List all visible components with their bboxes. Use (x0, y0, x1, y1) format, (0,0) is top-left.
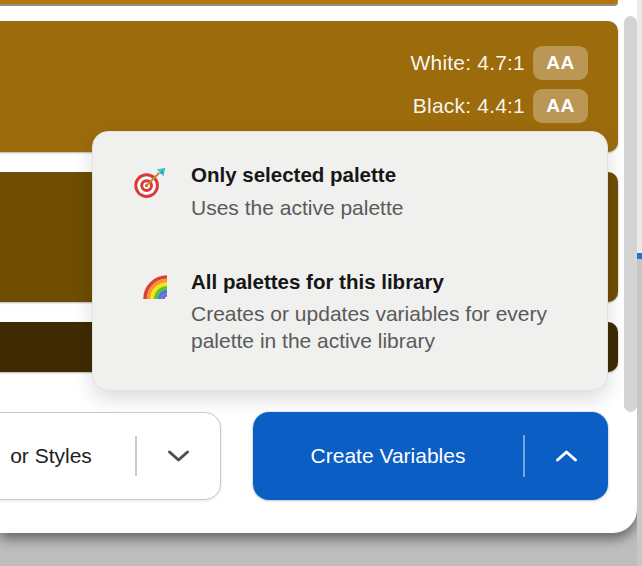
styles-button-label: or Styles (10, 444, 92, 468)
create-variables-button-label: Create Variables (311, 444, 466, 468)
palette-swatch-row-top[interactable] (0, 0, 618, 4)
white-contrast-label: White: 4.7:1 (411, 51, 525, 75)
screen-right-edge (637, 0, 642, 566)
menu-item-description: Uses the active palette (191, 194, 576, 221)
menu-item-text: All palettes for this library Creates or… (191, 271, 577, 355)
create-variables-dropdown-toggle[interactable] (525, 412, 609, 500)
black-contrast-label: Black: 4.4:1 (413, 94, 525, 118)
menu-item-all-palettes[interactable]: All palettes for this library Creates or… (133, 271, 577, 355)
contrast-row-black: Black: 4.4:1 AA (413, 89, 588, 123)
wcag-aa-badge: AA (533, 89, 588, 123)
edge-segment-top (637, 0, 642, 253)
plugin-window: White: 4.7:1 AA Black: 4.4:1 AA (0, 0, 637, 533)
scrollbar-thumb[interactable] (624, 16, 637, 412)
wcag-aa-badge: AA (533, 46, 588, 80)
styles-dropdown-toggle[interactable] (137, 413, 221, 499)
chevron-up-icon (555, 444, 578, 468)
create-variables-button[interactable]: Create Variables (253, 412, 608, 500)
menu-item-description: Creates or updates variables for every p… (191, 300, 576, 354)
menu-item-only-selected-palette[interactable]: Only selected palette Uses the active pa… (133, 164, 577, 221)
contrast-row-white: White: 4.7:1 AA (411, 46, 588, 80)
menu-item-title: All palettes for this library (191, 271, 577, 294)
menu-item-text: Only selected palette Uses the active pa… (191, 164, 577, 221)
styles-split-button[interactable]: or Styles (0, 412, 221, 500)
menu-item-title: Only selected palette (191, 164, 577, 187)
edge-segment-bottom (637, 259, 642, 566)
contrast-info: White: 4.7:1 AA Black: 4.4:1 AA (411, 46, 588, 123)
create-variables-dropdown-menu: Only selected palette Uses the active pa… (92, 131, 608, 391)
dart-target-emoji-icon (133, 164, 169, 221)
rainbow-emoji-icon (133, 271, 169, 355)
chevron-down-icon (167, 444, 190, 468)
